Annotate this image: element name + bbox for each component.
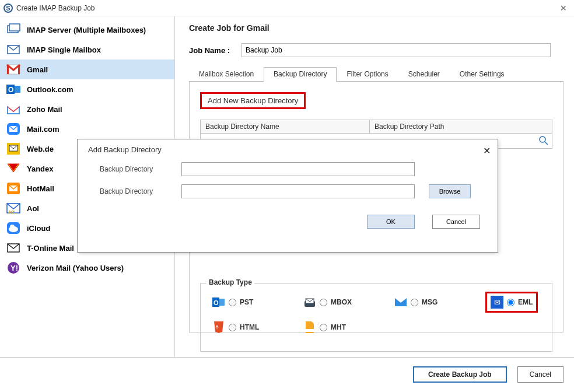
mbox-icon [303, 296, 316, 309]
mht-icon [303, 321, 316, 334]
title-bar: S Create IMAP Backup Job ✕ [0, 0, 574, 16]
svg-rect-5 [18, 65, 20, 74]
svg-rect-8 [15, 86, 20, 93]
msg-label: MSG [422, 298, 438, 306]
backup-type-group: Backup Type O PST MBOX [200, 283, 552, 352]
yahoo-icon: Y! [6, 261, 21, 275]
webde-icon [6, 142, 21, 156]
hotmail-icon [6, 181, 21, 195]
eml-label: EML [518, 298, 533, 306]
sidebar-item-label: Mail.com [27, 125, 60, 134]
mht-radio[interactable] [320, 324, 327, 331]
dialog-field1-label: Backup Directory [100, 165, 181, 173]
sidebar-item-label: IMAP Server (Multiple Mailboxes) [27, 26, 146, 34]
svg-rect-4 [7, 65, 9, 74]
mailcom-icon [6, 122, 21, 136]
backup-directory-name-input[interactable] [181, 162, 415, 176]
tab-scheduler[interactable]: Scheduler [398, 67, 450, 82]
eml-icon: ✉ [491, 296, 503, 309]
add-backup-directory-dialog: Add Backup Directory ✕ Backup Directory … [77, 139, 498, 253]
sidebar-item-label: Yandex [27, 164, 54, 173]
svg-text:5: 5 [216, 324, 219, 330]
tab-other-settings[interactable]: Other Settings [450, 67, 514, 82]
gmail-icon [6, 62, 21, 76]
html-label: HTML [240, 323, 259, 331]
tab-backup-directory[interactable]: Backup Directory [264, 67, 337, 82]
sidebar-item-label: HotMail [27, 184, 54, 193]
svg-text:O: O [8, 86, 13, 94]
sidebar-item-label: Outlook.com [27, 85, 73, 94]
search-icon[interactable] [538, 135, 550, 146]
backup-type-eml[interactable]: ✉ EML [485, 292, 538, 313]
mbox-radio[interactable] [320, 299, 327, 306]
directory-table-header: Backup Directory Name Backup Directory P… [200, 120, 552, 134]
cancel-button[interactable]: Cancel [517, 366, 564, 383]
sidebar-item-mailcom[interactable]: Mail.com [0, 119, 174, 139]
sidebar-item-label: Aol [27, 204, 39, 213]
dialog-ok-button[interactable]: OK [367, 215, 415, 229]
msg-icon [394, 296, 407, 309]
yandex-icon [6, 162, 21, 176]
dialog-field2-label: Backup Directory [100, 187, 181, 195]
backup-type-html[interactable]: 5 HTML [212, 321, 282, 334]
dialog-close-icon[interactable]: ✕ [483, 145, 491, 156]
sidebar-item-label: Web.de [27, 145, 54, 153]
browse-button[interactable]: Browse [429, 184, 471, 198]
svg-rect-1 [9, 24, 20, 31]
add-new-backup-directory-button[interactable]: Add New Backup Directory [200, 92, 306, 109]
backup-type-pst[interactable]: O PST [212, 296, 282, 309]
tab-mailbox-selection[interactable]: Mailbox Selection [189, 67, 264, 82]
sidebar-item-imap-multi[interactable]: IMAP Server (Multiple Mailboxes) [0, 20, 174, 40]
col-directory-path: Backup Directory Path [370, 120, 552, 133]
pst-label: PST [240, 298, 253, 306]
svg-rect-27 [219, 299, 225, 306]
sidebar-item-outlook[interactable]: O Outlook.com [0, 79, 174, 99]
sidebar-item-zoho[interactable]: Zoho Mail [0, 99, 174, 119]
eml-radio[interactable] [507, 299, 514, 306]
svg-text:Y!: Y! [10, 264, 18, 272]
footer: Create Backup Job Cancel [0, 357, 574, 391]
tabs: Mailbox Selection Backup Directory Filte… [189, 66, 564, 82]
tab-filter-options[interactable]: Filter Options [337, 67, 398, 82]
server-icon [6, 23, 21, 37]
app-icon: S [4, 4, 13, 13]
col-directory-name: Backup Directory Name [201, 120, 370, 133]
backup-type-mbox[interactable]: MBOX [303, 296, 373, 309]
pst-radio[interactable] [229, 299, 236, 306]
tonline-icon [6, 241, 21, 255]
backup-directory-path-input[interactable] [181, 184, 415, 198]
msg-radio[interactable] [411, 299, 418, 306]
dialog-cancel-button[interactable]: Cancel [432, 215, 480, 229]
sidebar-item-label: iCloud [27, 224, 50, 233]
create-backup-job-button[interactable]: Create Backup Job [413, 366, 507, 383]
svg-text:AOL: AOL [8, 210, 18, 214]
html-icon: 5 [212, 321, 225, 334]
sidebar-item-label: Zoho Mail [27, 105, 62, 114]
svg-point-19 [10, 225, 15, 229]
mbox-label: MBOX [331, 298, 352, 306]
sidebar-item-verizon[interactable]: Y! Verizon Mail (Yahoo Users) [0, 258, 174, 278]
zoho-icon [6, 102, 21, 116]
svg-line-24 [545, 142, 548, 145]
mailbox-icon [6, 43, 21, 57]
backup-type-legend: Backup Type [206, 278, 254, 286]
outlook-icon: O [6, 82, 21, 96]
dialog-title: Add Backup Directory [88, 145, 487, 154]
backup-type-msg[interactable]: MSG [394, 296, 464, 309]
sidebar-item-imap-single[interactable]: IMAP Single Mailbox [0, 40, 174, 60]
sidebar-item-gmail[interactable]: Gmail [0, 60, 174, 79]
window-title: Create IMAP Backup Job [16, 4, 556, 12]
pst-icon: O [212, 296, 225, 309]
html-radio[interactable] [229, 324, 236, 331]
sidebar-item-label: IMAP Single Mailbox [27, 46, 101, 54]
aol-icon: AOL [6, 201, 21, 215]
window-close-icon[interactable]: ✕ [556, 4, 570, 13]
jobname-input[interactable] [242, 43, 551, 57]
sidebar-item-label: Verizon Mail (Yahoo Users) [27, 264, 124, 272]
backup-type-mht[interactable]: MHT [303, 321, 373, 334]
sidebar-item-label: Gmail [27, 65, 48, 74]
icloud-icon [6, 221, 21, 235]
page-title: Create Job for Gmail [189, 23, 564, 33]
jobname-label: Job Name : [189, 46, 242, 55]
svg-text:O: O [214, 299, 219, 306]
